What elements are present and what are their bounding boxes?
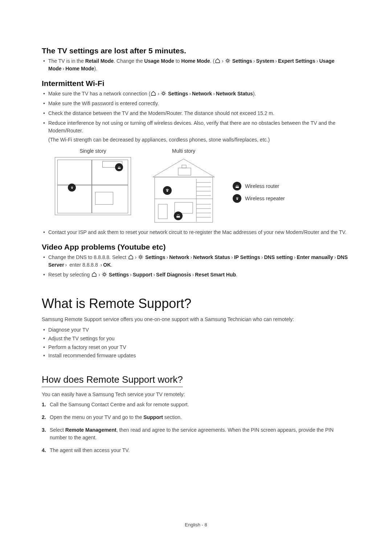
text: ). — [253, 91, 256, 97]
text: The TV is in the — [48, 58, 85, 64]
gear-icon — [102, 272, 107, 277]
svg-rect-9 — [158, 204, 167, 219]
bold-text: Support — [143, 414, 163, 420]
bold-text: Network — [169, 254, 189, 260]
text: enter 8.8.8.8 — [68, 262, 99, 268]
home-icon — [215, 58, 220, 63]
bold-text: Self Diagnosis — [156, 272, 191, 278]
separator: › — [130, 272, 132, 278]
text: . ( — [210, 58, 215, 64]
text: Change the DNS to 8.8.8.8. Select — [48, 254, 128, 260]
separator: › — [158, 91, 159, 97]
bold-text: Enter manually — [297, 254, 333, 260]
separator: › — [294, 254, 296, 260]
bold-text: Network — [192, 91, 212, 97]
list-video-app: Change the DNS to 8.8.8.8. Select › Sett… — [42, 254, 350, 279]
step-item: 4.The agent will then access your TV. — [42, 447, 350, 454]
list-item: Change the DNS to 8.8.8.8. Select › Sett… — [48, 254, 350, 269]
steps-list: 1.Call the Samsung Contact Centre and as… — [42, 401, 350, 454]
list-item: Contact your ISP and ask them to reset y… — [48, 229, 350, 236]
repeater-node-icon — [68, 184, 76, 192]
gear-icon — [225, 58, 230, 63]
bold-text: Support — [133, 272, 152, 278]
list-item: Adjust the TV settings for you — [48, 334, 350, 343]
home-icon — [151, 91, 156, 96]
bold-text: DNS setting — [264, 254, 293, 260]
page-footer: English - 8 — [0, 522, 392, 527]
bold-text: Home Mode — [181, 58, 210, 64]
list-wifi: Make sure the TV has a network connectio… — [42, 90, 350, 236]
separator: › — [317, 58, 318, 64]
bold-text: Network Status — [193, 254, 230, 260]
list-item: Make sure the Wifi password is entered c… — [48, 100, 350, 107]
step-number: 4. — [42, 447, 46, 454]
remote-work-intro: You can easily have a Samsung Tech servi… — [42, 391, 350, 397]
text: . — [236, 272, 237, 278]
step-text: The agent will then access your TV. — [50, 447, 130, 453]
list-item: Check the distance between the TV and th… — [48, 110, 350, 117]
text: . — [111, 262, 112, 268]
heading-how-does-remote-support-work: How does Remote Support work? — [42, 374, 183, 387]
heading-what-is-remote-support: What is Remote Support? — [42, 296, 350, 311]
router-icon — [233, 182, 241, 190]
diagram-legend: Wireless router Wireless repeater — [233, 182, 285, 206]
list-item: Perform a factory reset on your TV — [48, 343, 350, 352]
list-tv-settings: The TV is in the Retail Mode. Change the… — [42, 57, 350, 73]
bold-text: OK — [103, 262, 111, 268]
legend-row-repeater: Wireless repeater — [233, 194, 285, 203]
bold-text: Network Status — [216, 91, 253, 97]
legend-label: Wireless router — [245, 182, 279, 190]
step-item: 1.Call the Samsung Contact Centre and as… — [42, 401, 350, 408]
list-item: Make sure the TV has a network connectio… — [48, 90, 350, 98]
separator: › — [167, 254, 168, 260]
bold-text: Home Mode — [65, 66, 94, 71]
text: Make sure the TV has a network connectio… — [48, 91, 150, 97]
step-item: 2.Open the menu on your TV and go to the… — [42, 414, 350, 421]
step-number: 2. — [42, 414, 46, 421]
text: ). — [94, 66, 98, 71]
step-number: 3. — [42, 426, 46, 434]
svg-rect-6 — [178, 168, 191, 175]
legend-label: Wireless repeater — [245, 195, 285, 202]
separator: › — [275, 58, 277, 64]
separator: › — [253, 58, 255, 64]
separator: › — [222, 58, 224, 64]
note-text: (The Wi-Fi strength can be decreased by … — [48, 136, 350, 144]
heading-tv-settings-lost: The TV settings are lost after 5 minutes… — [42, 46, 350, 55]
step-text: Select — [50, 427, 65, 433]
separator: › — [63, 66, 65, 71]
text: to — [174, 58, 181, 64]
text: Reduce interference by not using or turn… — [48, 120, 335, 134]
step-number: 1. — [42, 401, 46, 408]
list-item: Diagnose your TV — [48, 326, 350, 334]
home-icon — [91, 272, 97, 277]
separator: › — [189, 91, 191, 97]
list-item: Reduce interference by not using or turn… — [48, 119, 350, 224]
separator: › — [261, 254, 263, 260]
bold-text: Usage Mode — [144, 58, 174, 64]
repeater-icon — [233, 194, 241, 203]
bold-text: Settings — [109, 272, 129, 278]
router-node-icon — [115, 163, 123, 171]
diagram-row: Single story Multi story — [55, 147, 350, 224]
list-item: The TV is in the Retail Mode. Change the… — [48, 57, 350, 73]
separator: › — [135, 254, 137, 260]
diagram-label-multi: Multi story — [172, 147, 195, 155]
separator: › — [334, 254, 336, 260]
text: . Change the — [114, 58, 144, 64]
separator: › — [98, 272, 100, 278]
list-item: Install recommended firmware updates — [48, 352, 350, 360]
step-text: Open the menu on your TV and go to the — [50, 414, 143, 420]
remote-support-intro: Samsung Remote Support service offers yo… — [42, 316, 350, 322]
separator: › — [190, 254, 192, 260]
separator: › — [153, 272, 155, 278]
list-item: Reset by selecting › Settings›Support›Se… — [48, 271, 350, 279]
bold-text: Retail Mode — [85, 58, 114, 64]
diagram-label-single: Single story — [79, 147, 106, 155]
heading-intermittent-wifi: Intermittent Wi-Fi — [42, 79, 350, 88]
separator: › — [231, 254, 233, 260]
bold-text: Settings — [232, 58, 252, 64]
svg-rect-4 — [155, 177, 213, 222]
gear-icon — [138, 254, 143, 260]
step-item: 3.Select Remote Management, then read an… — [42, 426, 350, 442]
